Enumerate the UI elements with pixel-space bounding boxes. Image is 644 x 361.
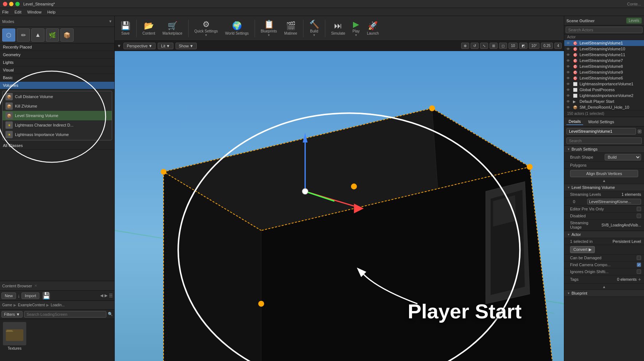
- menu-file[interactable]: File: [2, 10, 9, 14]
- foliage-mode-btn[interactable]: 🌿: [46, 28, 59, 42]
- marketplace-btn[interactable]: 🛒 Marketplace: [160, 20, 185, 37]
- actor-name-input[interactable]: [566, 128, 636, 135]
- find-camera-checkbox[interactable]: [637, 263, 641, 267]
- surface-snap-icon[interactable]: ◻: [499, 43, 507, 49]
- path-loading[interactable]: Loadin...: [51, 303, 64, 307]
- actor-scroll-up[interactable]: ▲: [564, 284, 644, 289]
- cb-new-btn[interactable]: New: [1, 292, 16, 299]
- path-example-content[interactable]: ExampleContent: [18, 303, 45, 307]
- menu-window[interactable]: Window: [27, 10, 42, 14]
- levels-btn[interactable]: Levels: [626, 18, 642, 24]
- camera-speed-btn[interactable]: 4: [554, 43, 562, 49]
- so-item-smdemo[interactable]: 👁 📦 SM_DemoRoomU_Hole_10: [564, 104, 644, 110]
- so-search-input[interactable]: [566, 27, 643, 33]
- actor-name-expand-icon[interactable]: ⊞: [637, 128, 642, 134]
- convert-btn[interactable]: Convert ▶: [570, 246, 595, 253]
- cb-nav-fwd[interactable]: ▶: [105, 293, 107, 298]
- scale-icon[interactable]: ⤡: [480, 43, 488, 49]
- item-lightmass-char[interactable]: ☀ Lightmass Character Indirect D...: [3, 120, 112, 130]
- ignores-origin-checkbox[interactable]: [637, 269, 641, 274]
- cb-import-btn[interactable]: Import: [21, 292, 39, 299]
- cb-tab-close[interactable]: ✕: [34, 284, 37, 288]
- streaming-val-input[interactable]: [587, 199, 641, 205]
- so-item-gpp[interactable]: 👁 ⬜ Global PostProcess: [564, 87, 644, 93]
- cb-search-icon[interactable]: 🔍: [108, 312, 113, 317]
- align-brush-vertices-btn[interactable]: Align Brush Vertices: [570, 170, 638, 177]
- simulate-btn[interactable]: ⏭ Simulate: [328, 20, 348, 37]
- cat-visual[interactable]: Visual: [0, 66, 114, 74]
- minimize-dot[interactable]: [9, 2, 13, 6]
- cb-save-collection-icon[interactable]: 💾: [42, 292, 50, 300]
- landscape-mode-btn[interactable]: ▲: [31, 28, 44, 42]
- geometry-mode-btn[interactable]: 📦: [60, 28, 74, 42]
- world-settings-btn[interactable]: 🌍 World Settings: [222, 20, 252, 37]
- item-cull-distance[interactable]: 📦 Cull Distance Volume: [3, 92, 112, 101]
- so-item-limp2[interactable]: 👁 ⬜ LightmassImportanceVolume2: [564, 93, 644, 98]
- viewport-dropdown-arrow[interactable]: ▼: [117, 43, 121, 48]
- menu-edit[interactable]: Edit: [15, 10, 21, 14]
- show-label: Show: [179, 44, 189, 48]
- save-btn[interactable]: 💾 Save: [118, 20, 133, 37]
- lit-btn[interactable]: Lit ▼: [158, 43, 173, 49]
- show-btn[interactable]: Show ▼: [176, 43, 197, 49]
- angle-value-btn[interactable]: 10°: [529, 43, 539, 49]
- blueprints-btn[interactable]: 📋 Blueprints ▼: [258, 18, 280, 38]
- scale-value-btn[interactable]: 0.25: [541, 43, 553, 49]
- expand-collapse-btn[interactable]: ▲: [564, 178, 644, 183]
- surface-btn[interactable]: ◩: [519, 43, 527, 49]
- cat-basic[interactable]: Basic: [0, 74, 114, 82]
- launch-btn[interactable]: 🚀 Launch: [364, 20, 382, 37]
- perspective-btn[interactable]: Perspective ▼: [123, 43, 156, 49]
- modes-collapse[interactable]: ▼: [109, 19, 112, 23]
- viewport[interactable]: Player Start: [115, 51, 564, 361]
- cat-all-classes[interactable]: All Classes: [0, 142, 114, 150]
- cb-item-textures[interactable]: Textures: [3, 322, 26, 350]
- editor-pre-vis-checkbox[interactable]: [637, 207, 641, 211]
- so-item-lsv11[interactable]: 👁 🎯 LevelStreamingVolume11: [564, 52, 644, 58]
- paint-mode-btn[interactable]: ✏: [17, 28, 30, 42]
- so-item-lsv6[interactable]: 👁 🎯 LevelStreamingVolume6: [564, 75, 644, 81]
- brush-shape-select[interactable]: Build: [605, 154, 641, 160]
- so-item-dps[interactable]: 👁 ▶ Default Player Start: [564, 98, 644, 104]
- content-btn[interactable]: 📂 Content: [140, 20, 158, 37]
- brush-settings-section[interactable]: ▼ Brush Settings: [564, 145, 644, 153]
- menu-help[interactable]: Help: [47, 10, 56, 14]
- dp-search-input[interactable]: [566, 137, 642, 144]
- so-item-limp1[interactable]: 👁 ⬜ LightmassImportanceVolume1: [564, 81, 644, 87]
- maximize-dot[interactable]: [15, 2, 20, 6]
- so-item-lsv9[interactable]: 👁 🎯 LevelStreamingVolume9: [564, 69, 644, 75]
- item-kill-z[interactable]: 📦 Kill ZVolume: [3, 101, 112, 111]
- so-item-lsv10[interactable]: 👁 🎯 LevelStreamingVolume10: [564, 46, 644, 52]
- tags-add-icon[interactable]: +: [638, 276, 641, 282]
- close-dot[interactable]: [3, 2, 7, 6]
- disabled-checkbox[interactable]: [637, 214, 641, 218]
- so-item-lsv1[interactable]: 👁 🎯 LevelStreamingVolume1: [564, 40, 644, 46]
- can-be-damaged-checkbox[interactable]: [637, 256, 641, 260]
- lsv-section[interactable]: ▼ Level Streaming Volume: [564, 184, 644, 191]
- path-game[interactable]: Game: [2, 303, 12, 307]
- place-mode-btn[interactable]: ⬡: [2, 28, 15, 42]
- world-settings-tab[interactable]: World Settings: [586, 119, 616, 125]
- details-tab[interactable]: Details: [566, 119, 583, 125]
- quick-settings-btn[interactable]: ⚙ Quick Settings ▼: [192, 18, 221, 38]
- cat-recently-placed[interactable]: Recently Placed: [0, 43, 114, 51]
- world-local-icon[interactable]: ⊞: [490, 43, 498, 49]
- so-item-lsv8[interactable]: 👁 🎯 LevelStreamingVolume8: [564, 63, 644, 69]
- item-lightmass-imp[interactable]: ☀ Lightmass Importance Volume: [3, 130, 112, 139]
- so-item-lsv7[interactable]: 👁 🎯 LevelStreamingVolume7: [564, 58, 644, 63]
- cat-lights[interactable]: Lights: [0, 59, 114, 66]
- cb-search-input[interactable]: [24, 311, 106, 318]
- cat-volumes[interactable]: Volumes: [0, 82, 114, 89]
- item-level-streaming[interactable]: 📦 Level Streaming Volume: [3, 111, 112, 120]
- cb-nav-back[interactable]: ◀: [100, 293, 103, 298]
- actor-section[interactable]: ▼ Actor: [564, 231, 644, 238]
- build-btn[interactable]: 🔨 Build ▼: [306, 18, 322, 38]
- filters-btn[interactable]: Filters ▼: [1, 311, 23, 318]
- matinee-btn[interactable]: 🎬 Matinee: [281, 20, 300, 37]
- snap-value-btn[interactable]: 10: [508, 43, 518, 49]
- translate-icon[interactable]: ⊕: [461, 43, 469, 49]
- cat-geometry[interactable]: Geometry: [0, 51, 114, 59]
- rotate-icon[interactable]: ↺: [471, 43, 479, 49]
- blueprint-section[interactable]: ▼ Blueprint: [564, 290, 644, 297]
- play-btn[interactable]: ▶ Play ▼: [350, 18, 362, 38]
